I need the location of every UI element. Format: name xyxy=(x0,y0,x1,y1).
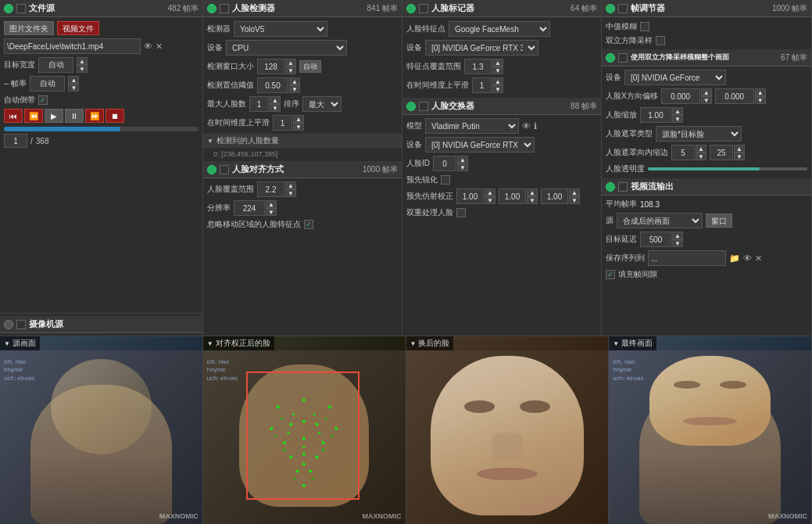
framerate-up[interactable]: ▲ xyxy=(68,76,79,84)
max-faces-input[interactable] xyxy=(249,96,269,112)
marker-coverage-up[interactable]: ▲ xyxy=(492,59,503,66)
y-offset-down[interactable]: ▼ xyxy=(755,96,766,104)
smooth-up[interactable]: ▲ xyxy=(293,115,304,123)
window-size-down[interactable]: ▼ xyxy=(285,66,296,74)
face-swapper-power-btn[interactable] xyxy=(406,102,416,111)
adjuster-checkbox[interactable] xyxy=(618,4,628,13)
resolution-input[interactable] xyxy=(234,200,265,216)
face-align-checkbox[interactable] xyxy=(220,165,229,174)
device-select[interactable]: CPU xyxy=(226,40,347,56)
marker-smooth-up[interactable]: ▲ xyxy=(492,77,503,85)
face-scale-up[interactable]: ▲ xyxy=(672,107,683,115)
face-marker-power-btn[interactable] xyxy=(406,4,416,13)
max-faces-down[interactable]: ▼ xyxy=(270,104,281,112)
y-offset-input[interactable] xyxy=(715,88,754,104)
auto-btn[interactable]: 自动 xyxy=(299,60,321,73)
play-btn[interactable]: ▶ xyxy=(45,109,63,123)
mask-type-select[interactable]: 源脸*目标脸 xyxy=(656,126,742,142)
prev-btn[interactable]: ⏪ xyxy=(24,109,43,123)
fill-gaps-checkbox[interactable]: ✓ xyxy=(606,270,615,279)
face-detector-checkbox[interactable] xyxy=(220,4,229,13)
bilateral-checkbox[interactable] xyxy=(656,36,665,45)
target-width-up[interactable]: ▲ xyxy=(77,57,88,65)
x-offset-down[interactable]: ▼ xyxy=(701,96,712,104)
dual-checkbox[interactable] xyxy=(456,208,466,217)
smooth-input[interactable] xyxy=(273,115,292,131)
marker-coverage-down[interactable]: ▼ xyxy=(492,66,503,74)
swap-device-select[interactable]: [0] NVIDIA GeForce RTX xyxy=(425,137,535,153)
face-swapper-checkbox[interactable] xyxy=(419,102,428,111)
warp-y-input[interactable] xyxy=(499,188,526,204)
window-size-up[interactable]: ▲ xyxy=(285,59,296,66)
pause-btn[interactable]: ⏸ xyxy=(65,109,84,123)
tab-image-folder[interactable]: 图片文件夹 xyxy=(4,21,54,35)
camera-power-btn[interactable] xyxy=(4,320,13,329)
threshold-input[interactable] xyxy=(257,77,288,93)
auto-tape-checkbox[interactable]: ✓ xyxy=(38,95,48,105)
window-btn[interactable]: 窗口 xyxy=(706,214,732,228)
y-offset-up[interactable]: ▲ xyxy=(755,88,766,96)
warp-x-up[interactable]: ▲ xyxy=(485,188,495,196)
warp-y-down[interactable]: ▼ xyxy=(527,196,538,204)
x-offset-input[interactable] xyxy=(661,88,700,104)
face-y-border-input[interactable] xyxy=(710,145,733,160)
stream-source-select[interactable]: 合成后的画面 xyxy=(617,213,703,228)
landmark-select[interactable]: Google FaceMesh xyxy=(449,21,550,37)
threshold-up[interactable]: ▲ xyxy=(289,77,300,85)
stream-checkbox[interactable] xyxy=(618,182,628,192)
marker-coverage-input[interactable] xyxy=(464,59,492,74)
adj-device-select[interactable]: [0] NVIDIA GeForce xyxy=(624,70,726,85)
framerate-input[interactable] xyxy=(30,76,65,92)
marker-smooth-input[interactable] xyxy=(472,77,492,93)
marker-smooth-down[interactable]: ▼ xyxy=(492,85,503,93)
face-marker-checkbox[interactable] xyxy=(419,4,428,13)
face-detector-power-btn[interactable] xyxy=(207,4,216,13)
face-coverage-up[interactable]: ▲ xyxy=(285,181,296,189)
warp-x-down[interactable]: ▼ xyxy=(485,196,495,204)
opacity-slider-track[interactable] xyxy=(648,167,807,170)
face-id-input[interactable] xyxy=(433,156,456,171)
model-select[interactable]: Vladimir Putin xyxy=(425,118,519,134)
median-checkbox[interactable] xyxy=(640,22,649,31)
smooth-down[interactable]: ▼ xyxy=(293,123,304,131)
face-scale-down[interactable]: ▼ xyxy=(672,115,683,123)
save-eye-icon[interactable]: 👁 xyxy=(743,253,752,263)
face-y-border-down[interactable]: ▼ xyxy=(734,153,745,160)
sort-select[interactable]: 最大 xyxy=(302,96,342,112)
adjuster-power-btn[interactable] xyxy=(606,4,615,13)
face-x-border-down[interactable]: ▼ xyxy=(696,153,706,160)
warp-z-up[interactable]: ▲ xyxy=(569,188,580,196)
delay-input[interactable] xyxy=(640,231,671,247)
resolution-up[interactable]: ▲ xyxy=(266,200,277,208)
presharpen-checkbox[interactable] xyxy=(441,175,450,185)
warp-z-down[interactable]: ▼ xyxy=(569,196,580,204)
model-info-icon[interactable]: ℹ xyxy=(534,121,537,131)
face-id-down[interactable]: ▼ xyxy=(457,163,468,171)
close-icon[interactable]: ✕ xyxy=(156,41,163,52)
target-width-input[interactable] xyxy=(38,57,73,73)
face-x-border-up[interactable]: ▲ xyxy=(696,145,706,153)
face-id-up[interactable]: ▲ xyxy=(457,156,468,163)
stop-btn[interactable]: ⏹ xyxy=(106,109,124,123)
next-btn[interactable]: ⏩ xyxy=(85,109,104,123)
file-source-checkbox[interactable] xyxy=(16,4,26,13)
max-faces-up[interactable]: ▲ xyxy=(270,96,281,104)
ignore-moving-checkbox[interactable]: ✓ xyxy=(304,220,313,229)
warp-y-up[interactable]: ▲ xyxy=(527,188,538,196)
delay-down[interactable]: ▼ xyxy=(672,239,683,247)
face-scale-input[interactable] xyxy=(640,107,671,123)
marker-device-select[interactable]: [0] NVIDIA GeForce RTX 3 xyxy=(425,40,538,56)
save-close-icon[interactable]: ✕ xyxy=(755,253,762,264)
delay-up[interactable]: ▲ xyxy=(672,231,683,239)
model-eye-icon[interactable]: 👁 xyxy=(522,121,531,131)
super-res-checkbox[interactable] xyxy=(618,53,628,63)
resolution-down[interactable]: ▼ xyxy=(266,208,277,216)
face-coverage-down[interactable]: ▼ xyxy=(285,189,296,197)
detector-select[interactable]: YoloV5 xyxy=(234,21,327,37)
stream-power-btn[interactable] xyxy=(606,182,615,192)
face-coverage-input[interactable] xyxy=(257,181,284,197)
target-width-down[interactable]: ▼ xyxy=(77,65,88,73)
filepath-input[interactable] xyxy=(4,38,141,54)
save-path-input[interactable] xyxy=(648,250,726,266)
eye-icon[interactable]: 👁 xyxy=(144,41,152,51)
